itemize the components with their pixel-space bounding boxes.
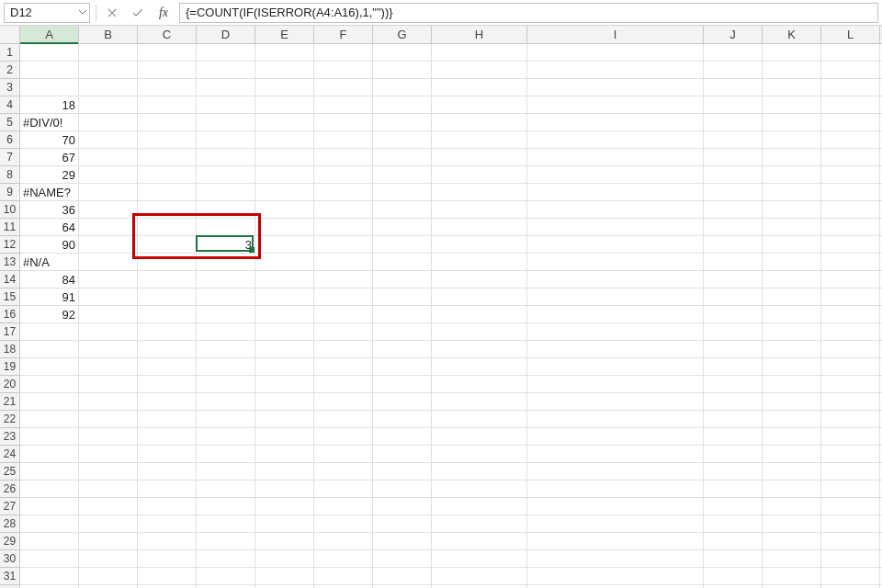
row-header-19[interactable]: 19 <box>0 358 20 376</box>
cell-H18[interactable] <box>432 341 527 358</box>
cell-B7[interactable] <box>79 149 138 166</box>
cell-C16[interactable] <box>138 306 197 323</box>
cell-F18[interactable] <box>314 341 373 358</box>
row-header-29[interactable]: 29 <box>0 533 20 550</box>
cell-D30[interactable] <box>197 550 255 568</box>
cell-J30[interactable] <box>704 550 763 568</box>
row-header-6[interactable]: 6 <box>0 131 20 149</box>
cell-C25[interactable] <box>138 463 197 481</box>
cell-D13[interactable] <box>197 254 255 271</box>
cell-K13[interactable] <box>763 254 821 271</box>
cell-I7[interactable] <box>527 149 704 166</box>
cell-E30[interactable] <box>255 550 314 568</box>
cell-G21[interactable] <box>373 393 432 411</box>
cell-L6[interactable] <box>821 131 880 149</box>
cell-A4[interactable]: 18 <box>20 96 79 114</box>
cell-G24[interactable] <box>373 446 432 463</box>
cell-A6[interactable]: 70 <box>20 131 79 149</box>
column-header-H[interactable]: H <box>432 26 527 44</box>
cell-G10[interactable] <box>373 201 432 219</box>
cell-A16[interactable]: 92 <box>20 306 79 323</box>
cell-G20[interactable] <box>373 376 432 393</box>
cell-I29[interactable] <box>527 533 704 550</box>
column-header-B[interactable]: B <box>79 26 138 44</box>
cell-H22[interactable] <box>432 411 527 428</box>
cell-F19[interactable] <box>314 358 373 376</box>
row-header-2[interactable]: 2 <box>0 62 20 79</box>
cell-H14[interactable] <box>432 271 527 288</box>
cell-G16[interactable] <box>373 306 432 323</box>
cell-H20[interactable] <box>432 376 527 393</box>
cell-C29[interactable] <box>138 533 197 550</box>
cell-D11[interactable] <box>197 219 255 236</box>
cell-B25[interactable] <box>79 463 138 481</box>
cell-I2[interactable] <box>527 62 704 79</box>
name-box-container[interactable] <box>4 3 90 23</box>
column-header-C[interactable]: C <box>138 26 197 44</box>
cell-G29[interactable] <box>373 533 432 550</box>
cell-F8[interactable] <box>314 166 373 184</box>
cell-L26[interactable] <box>821 481 880 498</box>
cell-B5[interactable] <box>79 114 138 131</box>
enter-formula-button[interactable] <box>128 3 148 23</box>
cell-G28[interactable] <box>373 515 432 533</box>
cell-H6[interactable] <box>432 131 527 149</box>
cell-K24[interactable] <box>763 446 821 463</box>
row-header-18[interactable]: 18 <box>0 341 20 358</box>
cell-G6[interactable] <box>373 131 432 149</box>
cell-E21[interactable] <box>255 393 314 411</box>
cell-J28[interactable] <box>704 515 763 533</box>
cell-J17[interactable] <box>704 323 763 341</box>
cell-D16[interactable] <box>197 306 255 323</box>
cell-G2[interactable] <box>373 62 432 79</box>
cell-A22[interactable] <box>20 411 79 428</box>
cell-B3[interactable] <box>79 79 138 96</box>
cell-C11[interactable] <box>138 219 197 236</box>
cell-B18[interactable] <box>79 341 138 358</box>
cell-K3[interactable] <box>763 79 821 96</box>
cell-G8[interactable] <box>373 166 432 184</box>
cell-A29[interactable] <box>20 533 79 550</box>
cell-D8[interactable] <box>197 166 255 184</box>
cell-K15[interactable] <box>763 288 821 306</box>
cell-J11[interactable] <box>704 219 763 236</box>
row-header-14[interactable]: 14 <box>0 271 20 288</box>
cell-F1[interactable] <box>314 44 373 62</box>
cell-E18[interactable] <box>255 341 314 358</box>
cell-C6[interactable] <box>138 131 197 149</box>
cell-L24[interactable] <box>821 446 880 463</box>
cell-E2[interactable] <box>255 62 314 79</box>
cell-E7[interactable] <box>255 149 314 166</box>
row-header-11[interactable]: 11 <box>0 219 20 236</box>
cell-A8[interactable]: 29 <box>20 166 79 184</box>
row-header-13[interactable]: 13 <box>0 254 20 271</box>
cell-F28[interactable] <box>314 515 373 533</box>
cell-I9[interactable] <box>527 184 704 201</box>
row-header-20[interactable]: 20 <box>0 376 20 393</box>
cell-I24[interactable] <box>527 446 704 463</box>
cell-K9[interactable] <box>763 184 821 201</box>
cell-B23[interactable] <box>79 428 138 446</box>
cell-D4[interactable] <box>197 96 255 114</box>
cell-G15[interactable] <box>373 288 432 306</box>
cell-A30[interactable] <box>20 550 79 568</box>
cell-D24[interactable] <box>197 446 255 463</box>
cell-A15[interactable]: 91 <box>20 288 79 306</box>
cell-K14[interactable] <box>763 271 821 288</box>
cell-K12[interactable] <box>763 236 821 254</box>
cell-B4[interactable] <box>79 96 138 114</box>
cell-F11[interactable] <box>314 219 373 236</box>
cell-B28[interactable] <box>79 515 138 533</box>
cell-E23[interactable] <box>255 428 314 446</box>
cell-I31[interactable] <box>527 568 704 585</box>
cell-I4[interactable] <box>527 96 704 114</box>
cell-K10[interactable] <box>763 201 821 219</box>
cell-A26[interactable] <box>20 481 79 498</box>
cell-D9[interactable] <box>197 184 255 201</box>
cell-G3[interactable] <box>373 79 432 96</box>
cell-J22[interactable] <box>704 411 763 428</box>
cell-K25[interactable] <box>763 463 821 481</box>
cell-B29[interactable] <box>79 533 138 550</box>
cell-L28[interactable] <box>821 515 880 533</box>
cell-L19[interactable] <box>821 358 880 376</box>
